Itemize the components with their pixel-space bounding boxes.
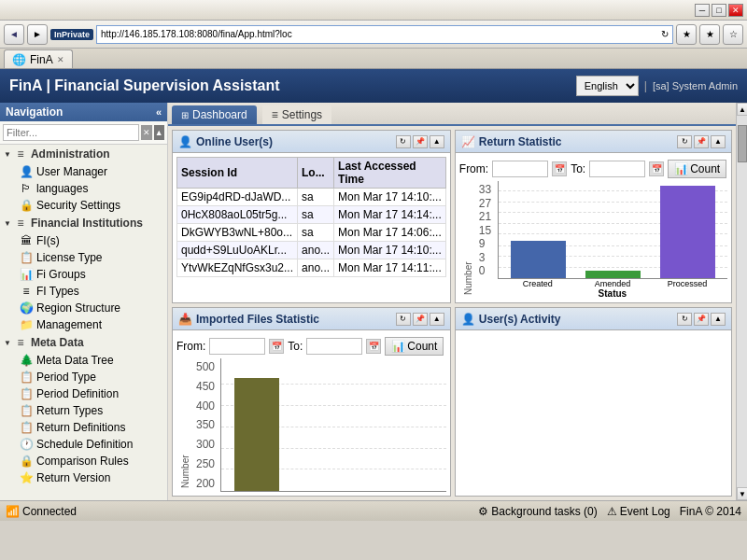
sidebar-item-comparison-rules[interactable]: 🔒 Comparison Rules (15, 453, 167, 469)
return-stat-pin-button[interactable]: 📌 (694, 135, 709, 148)
browser-tab-fina[interactable]: 🌐 FinA ✕ (4, 49, 73, 68)
sidebar-item-security-settings[interactable]: 🔒 Security Settings (15, 197, 167, 214)
fav3-button[interactable]: ☆ (723, 24, 743, 45)
connected-label: Connected (22, 505, 77, 518)
table-row: YtvWkEZqNfGsx3u2... ano... Mon Mar 17 14… (177, 259, 446, 277)
comparison-icon: 🔒 (19, 455, 34, 468)
app-title: FinA | Financial Supervision Assistant (9, 77, 567, 94)
return-from-calendar-icon[interactable]: 📅 (552, 161, 567, 176)
browser-navbar: ◄ ► InPrivate http://146.185.178.108:808… (0, 21, 747, 49)
imported-from-input[interactable] (209, 338, 265, 355)
language-select[interactable]: English (576, 76, 639, 96)
sidebar-filter-input[interactable] (3, 124, 139, 141)
imported-from-calendar-icon[interactable]: 📅 (269, 339, 284, 354)
sidebar-section-fi-label: Financial Institutions (31, 217, 143, 230)
sidebar-scroll-area[interactable]: ▼ ≡ Administration 👤 User Manager 🏳 lang… (0, 145, 167, 500)
cell-time: Mon Mar 17 14:10:... (334, 189, 446, 206)
col-session-id: Session Id (177, 158, 298, 189)
sidebar-item-management[interactable]: 📁 Management (15, 316, 167, 333)
sidebar-section-meta-data[interactable]: ▼ ≡ Meta Data (0, 333, 167, 352)
imported-to-input[interactable] (306, 338, 362, 355)
admin-children: 👤 User Manager 🏳 languages 🔒 Security Se… (0, 163, 167, 214)
sidebar-item-schedule-definition[interactable]: 🕐 Schedule Definition (15, 436, 167, 453)
sidebar-item-security-settings-label: Security Settings (36, 199, 120, 212)
user-info: [sa] System Admin (653, 80, 738, 91)
status-left: 📶 Connected (6, 505, 471, 518)
imported-chart: Number 500450400350300250200 (176, 358, 446, 492)
online-users-pin-button[interactable]: 📌 (413, 135, 428, 148)
sidebar-item-fi-types[interactable]: ≡ FI Types (15, 283, 167, 300)
fav1-button[interactable]: ★ (676, 24, 697, 45)
refresh-icon[interactable]: ↻ (661, 29, 669, 39)
sidebar-item-schedule-definition-label: Schedule Definition (36, 438, 133, 451)
return-from-input[interactable] (492, 161, 548, 177)
sidebar-item-user-manager[interactable]: 👤 User Manager (15, 163, 167, 180)
sidebar-item-period-type[interactable]: 📋 Period Type (15, 369, 167, 385)
user-activity-refresh-button[interactable]: ↻ (677, 313, 692, 326)
scrollbar-down-button[interactable]: ▼ (737, 487, 747, 500)
sidebar-item-return-version[interactable]: ⭐ Return Version (15, 469, 167, 486)
tab-close-icon[interactable]: ✕ (57, 55, 64, 64)
admin-collapse-icon: ▼ (4, 150, 11, 159)
return-count-button[interactable]: 📊 Count (668, 160, 726, 178)
return-stat-refresh-button[interactable]: ↻ (677, 135, 692, 148)
scrollbar-up-button[interactable]: ▲ (737, 103, 747, 116)
sidebar-collapse-button[interactable]: « (156, 106, 162, 118)
settings-link[interactable]: ≡ Settings (262, 105, 331, 124)
scrollbar-thumb[interactable] (738, 125, 747, 162)
sidebar-item-period-type-label: Period Type (36, 371, 96, 384)
sidebar-scroll-up-button[interactable]: ▲ (154, 125, 165, 140)
bar-amended (581, 181, 646, 278)
imported-chart-grid (220, 358, 446, 492)
return-stat-collapse-button[interactable]: ▲ (711, 135, 726, 148)
inprivate-badge: InPrivate (50, 29, 93, 40)
imported-collapse-button[interactable]: ▲ (430, 313, 444, 326)
user-activity-collapse-button[interactable]: ▲ (711, 313, 726, 326)
sidebar-section-financial-institutions[interactable]: ▼ ≡ Financial Institutions (0, 214, 167, 232)
back-button[interactable]: ◄ (4, 24, 24, 45)
sidebar-section-administration[interactable]: ▼ ≡ Administration (0, 145, 167, 163)
sidebar-item-return-definitions[interactable]: 📋 Return Definitions (15, 419, 167, 436)
cell-login: ano... (298, 242, 334, 259)
sidebar-filter-clear-button[interactable]: ✕ (141, 125, 152, 140)
close-button[interactable]: ✕ (728, 4, 743, 17)
maximize-button[interactable]: □ (712, 4, 726, 17)
sidebar-item-languages[interactable]: 🏳 languages (15, 180, 167, 197)
online-users-refresh-button[interactable]: ↻ (396, 135, 411, 148)
bg-tasks-status[interactable]: ⚙ Background tasks (0) (478, 505, 597, 518)
online-users-collapse-button[interactable]: ▲ (430, 135, 444, 148)
right-scrollbar[interactable]: ▲ ▼ (736, 103, 747, 500)
sidebar-item-meta-data-tree[interactable]: 🌲 Meta Data Tree (15, 352, 167, 369)
cell-session: qudd+S9LuUoAKLr... (177, 242, 298, 259)
tab-favicon: 🌐 (12, 53, 26, 66)
dashboard-tab[interactable]: ⊞ Dashboard (172, 105, 257, 124)
sidebar-item-period-definition[interactable]: 📋 Period Definition (15, 385, 167, 402)
imported-to-calendar-icon[interactable]: 📅 (366, 339, 381, 354)
imported-refresh-button[interactable]: ↻ (396, 313, 411, 326)
forward-button[interactable]: ► (27, 24, 48, 45)
connected-icon: 📶 (6, 505, 20, 518)
online-users-controls: ↻ 📌 ▲ (396, 135, 444, 148)
sidebar-item-fis[interactable]: 🏛 FI(s) (15, 232, 167, 249)
return-stat-body: From: 📅 To: 📅 📊 Count (456, 153, 731, 302)
fav2-button[interactable]: ★ (699, 24, 720, 45)
address-bar[interactable]: http://146.185.178.108:8080/fina/App.htm… (96, 25, 673, 44)
return-to-calendar-icon[interactable]: 📅 (649, 161, 664, 176)
sidebar-item-return-types[interactable]: 📋 Return Types (15, 402, 167, 419)
minimize-button[interactable]: ─ (695, 4, 710, 17)
return-stat-header: 📈 Return Statistic ↻ 📌 ▲ (456, 131, 731, 153)
user-activity-pin-button[interactable]: 📌 (694, 313, 709, 326)
return-to-input[interactable] (589, 161, 645, 177)
imported-count-button[interactable]: 📊 Count (385, 337, 444, 356)
imported-pin-button[interactable]: 📌 (413, 313, 428, 326)
sidebar-item-region-structure[interactable]: 🌍 Region Structure (15, 300, 167, 316)
bg-tasks-label: Background tasks (0) (491, 505, 597, 518)
sidebar-item-license-type[interactable]: 📋 License Type (15, 249, 167, 266)
return-stat-chart: Number 33272115930 (459, 181, 727, 299)
sidebar-item-fi-groups[interactable]: 📊 Fi Groups (15, 266, 167, 283)
return-chart-grid (498, 181, 727, 279)
sidebar-item-management-label: Management (36, 318, 102, 331)
col-last-accessed: Last Accessed Time (334, 158, 446, 189)
event-log-status[interactable]: ⚠ Event Log (607, 505, 670, 518)
online-users-panel: 👤 Online User(s) ↻ 📌 ▲ (172, 130, 451, 303)
